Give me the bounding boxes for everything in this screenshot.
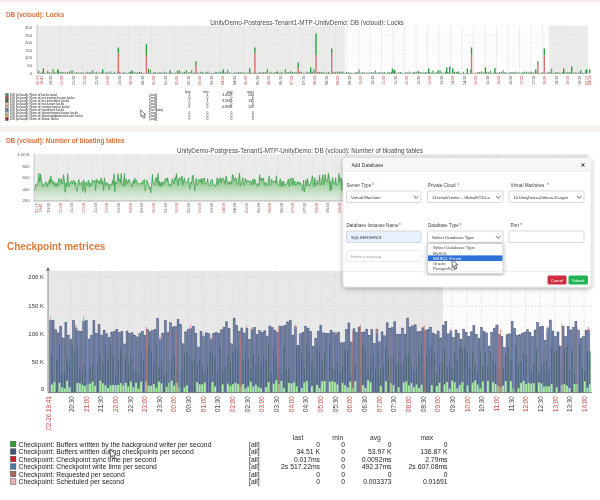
svg-text:DB (vcloud): Number of bloatin: DB (vcloud): Number of bloating tables: [6, 137, 125, 145]
svg-text:0: 0: [444, 471, 448, 478]
svg-text:05:30: 05:30: [332, 396, 339, 412]
svg-text:01:00: 01:00: [152, 203, 156, 213]
svg-text:max: max: [420, 434, 433, 441]
svg-text:08:00: 08:00: [313, 76, 317, 86]
svg-text:09:00: 09:00: [338, 203, 342, 213]
svg-text:21:30: 21:30: [72, 76, 76, 86]
svg-text:00:30: 00:30: [141, 76, 145, 86]
svg-text:14:30: 14:30: [463, 76, 467, 86]
svg-text:07:00: 07:00: [376, 396, 383, 412]
svg-text:05:00: 05:00: [317, 396, 324, 412]
svg-text:22:00: 22:00: [82, 203, 86, 213]
svg-text:05:00: 05:00: [245, 203, 249, 213]
svg-text:10:30: 10:30: [371, 76, 375, 86]
svg-text:08:00: 08:00: [405, 396, 412, 412]
svg-text:0.017ms: 0.017ms: [294, 456, 321, 463]
svg-text:100: 100: [25, 55, 33, 60]
svg-text:13:00: 13:00: [552, 396, 559, 412]
svg-text:06:00: 06:00: [268, 203, 272, 213]
svg-text:07:30: 07:30: [302, 76, 306, 86]
svg-text:600: 600: [23, 175, 31, 180]
svg-text:200 K: 200 K: [28, 274, 44, 280]
svg-text:22:30: 22:30: [94, 203, 98, 213]
svg-text:0.003373: 0.003373: [363, 478, 392, 485]
svg-text:Database Type: Database Type: [428, 223, 459, 228]
svg-text:06:30: 06:30: [361, 396, 368, 412]
svg-text:16:00: 16:00: [497, 76, 501, 86]
svg-text:[avg]: [avg]: [150, 117, 157, 121]
svg-text:23:00: 23:00: [141, 396, 148, 412]
svg-text:07:00: 07:00: [291, 203, 295, 213]
svg-text:04:00: 04:00: [222, 203, 226, 213]
svg-text:DB (vcloud): Locks: DB (vcloud): Locks: [6, 11, 65, 19]
svg-text:22:00: 22:00: [83, 76, 87, 86]
svg-text:21:30: 21:30: [70, 203, 74, 213]
svg-text:22:30: 22:30: [127, 396, 134, 412]
svg-text:13:00: 13:00: [428, 76, 432, 86]
svg-text:23:30: 23:30: [117, 203, 121, 213]
svg-text:Select Database Type: Select Database Type: [433, 245, 476, 250]
svg-text:PostgreSQL: PostgreSQL: [433, 266, 457, 271]
svg-text:06:30: 06:30: [280, 203, 284, 213]
svg-text:0.01691: 0.01691: [423, 478, 448, 485]
svg-text:*: *: [460, 223, 462, 228]
svg-text:02:30: 02:30: [187, 203, 191, 213]
svg-text:06:30: 06:30: [279, 76, 283, 86]
svg-text:19:41: 19:41: [40, 76, 44, 86]
svg-text:10:30: 10:30: [478, 396, 485, 412]
svg-text:0: 0: [207, 117, 209, 121]
svg-text:Virtual Machines: Virtual Machines: [511, 183, 546, 188]
svg-text:Private Cloud: Private Cloud: [428, 183, 456, 188]
svg-text:50 K: 50 K: [32, 359, 44, 365]
svg-text:150 K: 150 K: [28, 303, 44, 309]
svg-text:Checkpoint: Scheduled per seco: Checkpoint: Scheduled per second: [19, 478, 125, 486]
svg-text:200: 200: [23, 198, 31, 203]
svg-text:UnityDemo-Postgress-Tenant1-MT: UnityDemo-Postgress-Tenant1-MTP-UnityDem…: [177, 147, 423, 155]
svg-text:01:30: 01:30: [164, 76, 168, 86]
svg-text:0: 0: [189, 105, 191, 109]
svg-text:03:00: 03:00: [198, 76, 202, 86]
svg-text:Submit: Submit: [572, 278, 585, 283]
svg-text:150: 150: [25, 48, 33, 53]
svg-text:min: min: [332, 434, 343, 441]
svg-text:11:30: 11:30: [394, 76, 398, 85]
svg-text:129: 129: [248, 105, 254, 109]
svg-text:09:00: 09:00: [434, 396, 441, 412]
svg-text:1.DemoVcenter – GlobalVCS-La: 1.DemoVcenter – GlobalVCS-La: [432, 195, 491, 200]
svg-text:SQLSERVER01: SQLSERVER01: [351, 235, 383, 240]
svg-text:17:30: 17:30: [532, 76, 536, 86]
svg-text:22:30: 22:30: [95, 76, 99, 86]
svg-text:07:30: 07:30: [303, 203, 307, 213]
svg-text:[all]: [all]: [249, 478, 260, 486]
svg-text:UnityDemo-Postgress-Tenant1-MT: UnityDemo-Postgress-Tenant1-MTP-UnityDem…: [210, 19, 404, 27]
svg-text:0: 0: [341, 463, 345, 470]
svg-text:0: 0: [316, 441, 320, 448]
svg-text:0: 0: [189, 117, 191, 121]
svg-text:Port: Port: [511, 223, 520, 228]
svg-text:16:30: 16:30: [509, 75, 513, 85]
svg-text:06:00: 06:00: [267, 76, 271, 86]
svg-text:12:30: 12:30: [537, 396, 544, 412]
svg-text:01:00: 01:00: [200, 396, 207, 412]
svg-text:200: 200: [25, 40, 33, 45]
svg-text:19:41: 19:41: [39, 203, 43, 213]
svg-text:12:00: 12:00: [405, 76, 409, 86]
svg-text:800: 800: [23, 164, 31, 169]
svg-text:14:00: 14:00: [581, 396, 588, 412]
svg-text:10.UnityDemo-Debian-10-ager: 10.UnityDemo-Debian-10-ager: [514, 195, 569, 200]
svg-text:0.8583: 0.8583: [222, 105, 232, 109]
svg-text:21:00: 21:00: [59, 203, 63, 213]
svg-text:03:30: 03:30: [210, 203, 214, 213]
svg-text:04:00: 04:00: [288, 396, 295, 412]
svg-text:19:00: 19:00: [566, 76, 570, 86]
svg-text:Server Type: Server Type: [347, 183, 372, 188]
svg-text:0: 0: [207, 105, 209, 109]
svg-text:34.51 K: 34.51 K: [297, 448, 321, 455]
svg-text:23:00: 23:00: [105, 203, 109, 213]
svg-text:15:00: 15:00: [474, 76, 478, 86]
svg-text:0: 0: [341, 441, 345, 448]
svg-text:00:00: 00:00: [171, 396, 178, 412]
svg-text:00:30: 00:30: [140, 203, 144, 213]
svg-text:1.00 K: 1.00 K: [17, 152, 29, 157]
svg-text:12:00: 12:00: [522, 396, 529, 412]
